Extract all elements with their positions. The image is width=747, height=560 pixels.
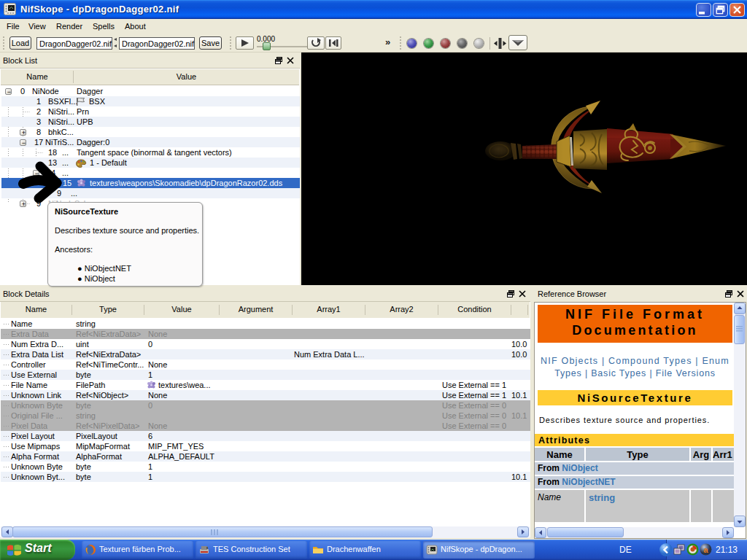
svg-text:a: a [703, 545, 708, 554]
